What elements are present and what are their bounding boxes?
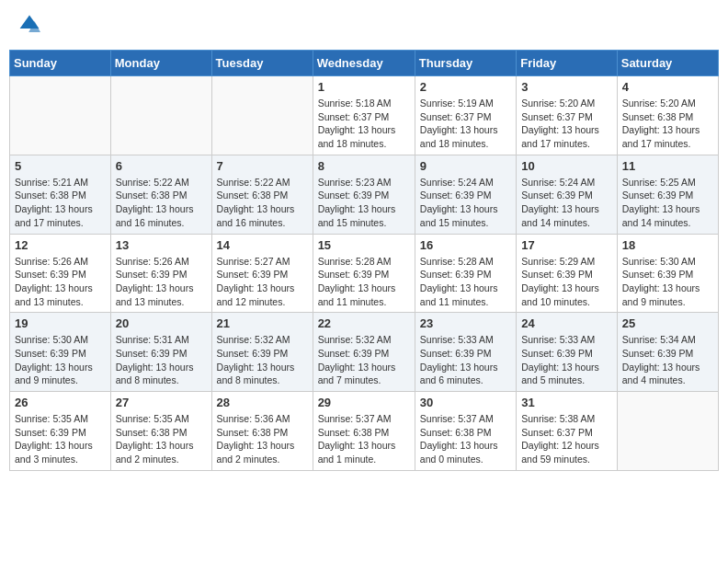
calendar-cell: 2Sunrise: 5:19 AM Sunset: 6:37 PM Daylig… — [415, 76, 516, 155]
calendar-cell: 24Sunrise: 5:33 AM Sunset: 6:39 PM Dayli… — [517, 313, 618, 392]
column-header-tuesday: Tuesday — [211, 51, 313, 76]
calendar-table: SundayMondayTuesdayWednesdayThursdayFrid… — [9, 50, 719, 471]
calendar-cell: 8Sunrise: 5:23 AM Sunset: 6:39 PM Daylig… — [313, 155, 415, 234]
calendar-cell: 9Sunrise: 5:24 AM Sunset: 6:39 PM Daylig… — [415, 155, 516, 234]
day-info: Sunrise: 5:30 AM Sunset: 6:39 PM Dayligh… — [622, 255, 713, 309]
calendar-cell: 31Sunrise: 5:38 AM Sunset: 6:37 PM Dayli… — [517, 392, 618, 471]
calendar-cell: 26Sunrise: 5:35 AM Sunset: 6:39 PM Dayli… — [10, 392, 111, 471]
calendar-cell: 13Sunrise: 5:26 AM Sunset: 6:39 PM Dayli… — [110, 234, 211, 313]
day-number: 21 — [217, 316, 308, 330]
calendar-cell: 6Sunrise: 5:22 AM Sunset: 6:38 PM Daylig… — [110, 155, 211, 234]
calendar-week-row: 12Sunrise: 5:26 AM Sunset: 6:39 PM Dayli… — [10, 234, 719, 313]
calendar-cell: 11Sunrise: 5:25 AM Sunset: 6:39 PM Dayli… — [617, 155, 718, 234]
calendar-cell: 7Sunrise: 5:22 AM Sunset: 6:38 PM Daylig… — [211, 155, 313, 234]
day-info: Sunrise: 5:32 AM Sunset: 6:39 PM Dayligh… — [318, 333, 410, 387]
calendar-cell: 14Sunrise: 5:27 AM Sunset: 6:39 PM Dayli… — [211, 234, 313, 313]
day-number: 29 — [318, 396, 410, 409]
day-info: Sunrise: 5:31 AM Sunset: 6:39 PM Dayligh… — [116, 333, 207, 387]
day-number: 3 — [521, 80, 612, 94]
day-info: Sunrise: 5:22 AM Sunset: 6:38 PM Dayligh… — [217, 176, 308, 230]
day-number: 18 — [622, 238, 713, 252]
day-number: 11 — [622, 159, 713, 173]
day-number: 31 — [521, 396, 612, 409]
day-number: 13 — [116, 238, 207, 252]
day-info: Sunrise: 5:25 AM Sunset: 6:39 PM Dayligh… — [622, 176, 713, 230]
day-number: 8 — [318, 159, 410, 173]
day-info: Sunrise: 5:19 AM Sunset: 6:37 PM Dayligh… — [420, 97, 511, 151]
calendar-cell: 4Sunrise: 5:20 AM Sunset: 6:38 PM Daylig… — [617, 76, 718, 155]
day-info: Sunrise: 5:26 AM Sunset: 6:39 PM Dayligh… — [116, 255, 207, 309]
day-info: Sunrise: 5:28 AM Sunset: 6:39 PM Dayligh… — [318, 255, 410, 309]
calendar-week-row: 5Sunrise: 5:21 AM Sunset: 6:38 PM Daylig… — [10, 155, 719, 234]
column-header-sunday: Sunday — [10, 51, 111, 76]
day-info: Sunrise: 5:20 AM Sunset: 6:37 PM Dayligh… — [521, 97, 612, 151]
column-header-monday: Monday — [110, 51, 211, 76]
day-number: 24 — [521, 316, 612, 330]
day-info: Sunrise: 5:21 AM Sunset: 6:38 PM Dayligh… — [15, 176, 106, 230]
day-info: Sunrise: 5:34 AM Sunset: 6:39 PM Dayligh… — [622, 333, 713, 387]
day-number: 30 — [420, 396, 511, 409]
calendar-cell — [617, 392, 718, 471]
day-info: Sunrise: 5:30 AM Sunset: 6:39 PM Dayligh… — [15, 333, 106, 387]
calendar-week-row: 26Sunrise: 5:35 AM Sunset: 6:39 PM Dayli… — [10, 392, 719, 471]
calendar-cell: 1Sunrise: 5:18 AM Sunset: 6:37 PM Daylig… — [313, 76, 415, 155]
day-info: Sunrise: 5:20 AM Sunset: 6:38 PM Dayligh… — [622, 97, 713, 151]
day-info: Sunrise: 5:33 AM Sunset: 6:39 PM Dayligh… — [521, 333, 612, 387]
day-number: 25 — [622, 316, 713, 330]
day-info: Sunrise: 5:37 AM Sunset: 6:38 PM Dayligh… — [420, 412, 511, 466]
day-info: Sunrise: 5:24 AM Sunset: 6:39 PM Dayligh… — [420, 176, 511, 230]
day-number: 26 — [15, 396, 106, 409]
calendar-cell: 12Sunrise: 5:26 AM Sunset: 6:39 PM Dayli… — [10, 234, 111, 313]
day-info: Sunrise: 5:33 AM Sunset: 6:39 PM Dayligh… — [420, 333, 511, 387]
day-info: Sunrise: 5:29 AM Sunset: 6:39 PM Dayligh… — [521, 255, 612, 309]
day-info: Sunrise: 5:37 AM Sunset: 6:38 PM Dayligh… — [318, 412, 410, 466]
calendar-header-row: SundayMondayTuesdayWednesdayThursdayFrid… — [10, 51, 719, 76]
day-info: Sunrise: 5:18 AM Sunset: 6:37 PM Dayligh… — [318, 97, 410, 151]
day-number: 6 — [116, 159, 207, 173]
calendar-cell — [211, 76, 313, 155]
calendar-week-row: 1Sunrise: 5:18 AM Sunset: 6:37 PM Daylig… — [10, 76, 719, 155]
day-number: 9 — [420, 159, 511, 173]
logo-icon — [18, 14, 40, 36]
calendar-cell: 17Sunrise: 5:29 AM Sunset: 6:39 PM Dayli… — [517, 234, 618, 313]
day-number: 28 — [217, 396, 308, 409]
day-number: 1 — [318, 80, 410, 94]
calendar-cell: 21Sunrise: 5:32 AM Sunset: 6:39 PM Dayli… — [211, 313, 313, 392]
day-number: 12 — [15, 238, 106, 252]
calendar-cell: 18Sunrise: 5:30 AM Sunset: 6:39 PM Dayli… — [617, 234, 718, 313]
calendar-cell — [10, 76, 111, 155]
calendar-cell: 15Sunrise: 5:28 AM Sunset: 6:39 PM Dayli… — [313, 234, 415, 313]
day-number: 17 — [521, 238, 612, 252]
page-header — [9, 9, 719, 40]
day-number: 7 — [217, 159, 308, 173]
day-info: Sunrise: 5:36 AM Sunset: 6:38 PM Dayligh… — [217, 412, 308, 466]
day-info: Sunrise: 5:32 AM Sunset: 6:39 PM Dayligh… — [217, 333, 308, 387]
calendar-cell: 30Sunrise: 5:37 AM Sunset: 6:38 PM Dayli… — [415, 392, 516, 471]
calendar-week-row: 19Sunrise: 5:30 AM Sunset: 6:39 PM Dayli… — [10, 313, 719, 392]
calendar-cell: 23Sunrise: 5:33 AM Sunset: 6:39 PM Dayli… — [415, 313, 516, 392]
day-number: 20 — [116, 316, 207, 330]
day-number: 2 — [420, 80, 511, 94]
column-header-friday: Friday — [517, 51, 618, 76]
calendar-cell: 20Sunrise: 5:31 AM Sunset: 6:39 PM Dayli… — [110, 313, 211, 392]
day-number: 14 — [217, 238, 308, 252]
calendar-cell: 22Sunrise: 5:32 AM Sunset: 6:39 PM Dayli… — [313, 313, 415, 392]
calendar-cell: 25Sunrise: 5:34 AM Sunset: 6:39 PM Dayli… — [617, 313, 718, 392]
day-number: 23 — [420, 316, 511, 330]
column-header-wednesday: Wednesday — [313, 51, 415, 76]
day-number: 15 — [318, 238, 410, 252]
day-number: 16 — [420, 238, 511, 252]
logo — [18, 14, 44, 36]
day-number: 19 — [15, 316, 106, 330]
calendar-cell: 29Sunrise: 5:37 AM Sunset: 6:38 PM Dayli… — [313, 392, 415, 471]
calendar-cell: 5Sunrise: 5:21 AM Sunset: 6:38 PM Daylig… — [10, 155, 111, 234]
day-number: 5 — [15, 159, 106, 173]
calendar-cell — [110, 76, 211, 155]
day-info: Sunrise: 5:28 AM Sunset: 6:39 PM Dayligh… — [420, 255, 511, 309]
day-number: 27 — [116, 396, 207, 409]
day-number: 10 — [521, 159, 612, 173]
calendar-cell: 27Sunrise: 5:35 AM Sunset: 6:38 PM Dayli… — [110, 392, 211, 471]
day-info: Sunrise: 5:35 AM Sunset: 6:39 PM Dayligh… — [15, 412, 106, 466]
calendar-cell: 16Sunrise: 5:28 AM Sunset: 6:39 PM Dayli… — [415, 234, 516, 313]
day-info: Sunrise: 5:24 AM Sunset: 6:39 PM Dayligh… — [521, 176, 612, 230]
